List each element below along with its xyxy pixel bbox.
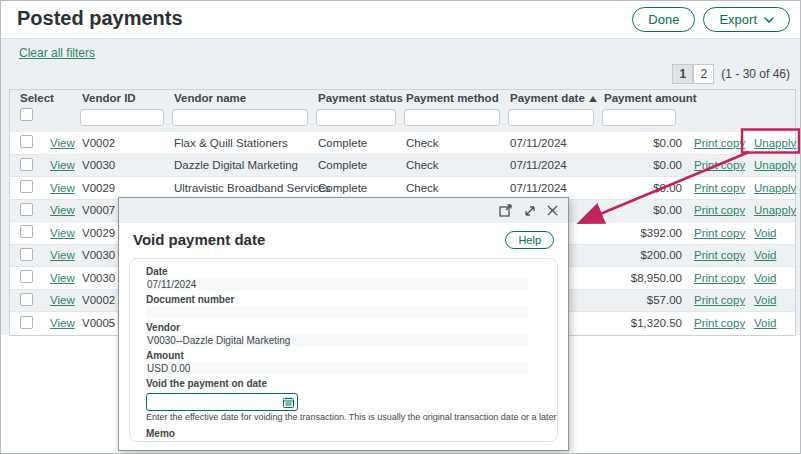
print-copy-link[interactable]: Print copy [694,317,745,329]
payment-date-filter-input[interactable] [508,109,594,126]
vendor-id-filter-input[interactable] [80,109,164,126]
column-header-payment-method[interactable]: Payment method [404,92,508,104]
row-action-link[interactable]: Unapply [754,159,796,171]
row-action-link[interactable]: Void [754,272,776,284]
row-action-link[interactable]: Void [754,294,776,306]
column-header-payment-date[interactable]: Payment date [508,92,602,104]
payment-method-cell: Check [404,159,508,171]
table-filter-row [10,106,795,132]
vendor-name-cell: Ultravistic Broadband Services [172,182,316,194]
print-copy-link[interactable]: Print copy [694,227,745,239]
print-copy-link[interactable]: Print copy [694,204,745,216]
row-action-link[interactable]: Unapply [754,182,796,194]
void-date-input[interactable] [146,393,298,411]
column-header-payment-status[interactable]: Payment status [316,92,404,104]
help-button[interactable]: Help [505,231,554,249]
field-value: USD 0.00 [146,363,528,375]
payment-amount-filter-input[interactable] [602,109,676,126]
view-link[interactable]: View [50,227,75,239]
payment-status-filter-input[interactable] [316,109,396,126]
field-label: Date [146,266,541,278]
dialog-field: Document number [146,294,541,319]
row-checkbox[interactable] [20,316,33,329]
row-checkbox[interactable] [20,248,33,261]
view-link[interactable]: View [50,249,75,261]
row-action-link[interactable]: Void [754,249,776,261]
page-button-2[interactable]: 2 [693,64,714,84]
vendor-name-filter-input[interactable] [172,109,308,126]
payment-method-cell: Check [404,137,508,149]
payment-amount-cell: $0.00 [602,182,684,194]
view-link[interactable]: View [50,137,75,149]
payment-date-cell: 07/11/2024 [508,159,602,171]
print-copy-link[interactable]: Print copy [694,182,745,194]
column-header-vendor-name[interactable]: Vendor name [172,92,316,104]
field-label: Vendor [146,322,541,334]
row-action-link[interactable]: Void [754,227,776,239]
page-button-1[interactable]: 1 [672,64,693,84]
field-label: Amount [146,350,541,362]
payment-status-cell: Complete [316,182,404,194]
vendor-name-cell: Dazzle Digital Marketing [172,159,316,171]
select-all-checkbox[interactable] [20,108,33,121]
pagination-range: (1 - 30 of 46) [721,67,790,81]
view-link[interactable]: View [50,294,75,306]
pagination: 12 (1 - 30 of 46) [672,64,790,84]
row-checkbox[interactable] [20,180,33,193]
vendor-id-cell: V0030 [80,159,172,171]
row-checkbox[interactable] [20,225,33,238]
close-icon[interactable] [547,205,558,216]
vendor-id-cell: V0029 [80,182,172,194]
field-value [146,307,528,319]
row-action-link[interactable]: Unapply [754,137,796,149]
row-checkbox[interactable] [20,293,33,306]
payment-method-cell: Check [404,182,508,194]
print-copy-link[interactable]: Print copy [694,294,745,306]
table-column-headers: Select Vendor ID Vendor name Payment sta… [10,90,795,106]
dialog-title: Void payment date [133,231,265,248]
print-copy-link[interactable]: Print copy [694,137,745,149]
row-action-link[interactable]: Void [754,317,776,329]
done-button[interactable]: Done [632,7,695,32]
pop-out-icon[interactable] [499,204,513,217]
chevron-down-icon [764,17,774,23]
table-row: View V0002 Flax & Quill Stationers Compl… [10,132,795,155]
payment-date-cell: 07/11/2024 [508,137,602,149]
view-link[interactable]: View [50,182,75,194]
payment-amount-cell: $1,320.50 [602,317,684,329]
payment-amount-cell: $0.00 [602,137,684,149]
export-button[interactable]: Export [703,7,790,32]
column-header-vendor-id[interactable]: Vendor ID [80,92,172,104]
print-copy-link[interactable]: Print copy [694,159,745,171]
row-checkbox[interactable] [20,203,33,216]
payment-date-cell: 07/11/2024 [508,182,602,194]
field-value: V0030--Dazzle Digital Marketing [146,335,528,347]
view-link[interactable]: View [50,272,75,284]
void-date-label: Void the payment on date [146,378,541,390]
dialog-field: Amount USD 0.00 [146,350,541,375]
expand-icon[interactable] [524,205,536,217]
calendar-icon[interactable] [283,394,294,412]
row-checkbox[interactable] [20,135,33,148]
print-copy-link[interactable]: Print copy [694,249,745,261]
clear-all-filters-link[interactable]: Clear all filters [19,46,95,60]
payment-amount-cell: $392.00 [602,227,684,239]
view-link[interactable]: View [50,159,75,171]
payment-status-cell: Complete [316,137,404,149]
sort-ascending-icon [589,92,597,104]
pagination-pages: 12 [672,64,714,84]
column-header-payment-amount[interactable]: Payment amount [602,92,684,104]
payment-method-filter-input[interactable] [404,109,500,126]
memo-textarea[interactable] [146,441,298,442]
row-action-link[interactable]: Unapply [754,204,796,216]
print-copy-link[interactable]: Print copy [694,272,745,284]
payment-amount-cell: $200.00 [602,249,684,261]
row-checkbox[interactable] [20,270,33,283]
view-link[interactable]: View [50,204,75,216]
dialog-body: Date 07/11/2024 Document number Vendor V… [129,258,558,442]
row-checkbox[interactable] [20,158,33,171]
dialog-title-row: Void payment date Help [119,223,568,256]
view-link[interactable]: View [50,317,75,329]
payment-amount-cell: $0.00 [602,204,684,216]
column-header-select: Select [10,92,48,104]
